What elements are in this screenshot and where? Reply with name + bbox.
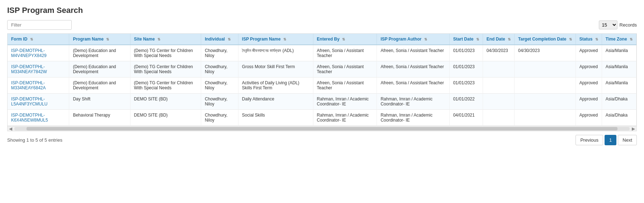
cell-target-completion-date (515, 110, 576, 126)
horizontal-scrollbar[interactable]: ◀ ▶ (8, 126, 636, 131)
cell-form-id[interactable]: ISP-DEMOTPHL-M4V4NEPYX8429 (8, 45, 69, 61)
records-control: 510152550100 Records (599, 20, 637, 29)
table-row: ISP-DEMOTPHL-M4V4NEPYX8429 (Demo) Educat… (8, 45, 636, 61)
cell-program-name: Behavioral Therapy (69, 110, 130, 126)
cell-start-date: 01/01/2023 (449, 61, 483, 77)
form-id-link[interactable]: ISP-DEMOTPHL-M334NEAY6842A (11, 80, 46, 90)
col-header-start-date[interactable]: Start Date ⇅ (449, 34, 483, 45)
cell-isp-program-name: Daily Attendance (238, 94, 313, 110)
records-label: Records (620, 22, 637, 28)
cell-time-zone: Asia/Manila (602, 61, 636, 77)
page-1-button[interactable]: 1 (605, 135, 616, 145)
cell-time-zone: Asia/Manila (602, 77, 636, 94)
cell-start-date: 01/01/2023 (449, 77, 483, 94)
col-header-site-name[interactable]: Site Name ⇅ (130, 34, 201, 45)
cell-individual: Chowdhury, Niloy (201, 45, 238, 61)
cell-isp-program-name: Activities of Daily Living (ADL) Skills … (238, 77, 313, 94)
cell-start-date: 01/01/2023 (449, 45, 483, 61)
next-button[interactable]: Next (618, 135, 637, 145)
cell-form-id[interactable]: ISP-DEMOTPHL-L5A4NF3YCMULU (8, 94, 69, 110)
sort-icon-status: ⇅ (595, 37, 598, 41)
sort-icon-individual: ⇅ (228, 37, 231, 41)
sort-icon-program-name: ⇅ (106, 37, 109, 41)
col-header-end-date[interactable]: End Date ⇅ (483, 34, 514, 45)
cell-individual: Chowdhury, Niloy (201, 94, 238, 110)
cell-isp-program-name: Social Skills (238, 110, 313, 126)
records-per-page-select[interactable]: 510152550100 (599, 20, 617, 29)
cell-status: Approved (576, 45, 602, 61)
cell-site-name: (Demo) TG Center for Children With Speci… (130, 45, 201, 61)
form-id-link[interactable]: ISP-DEMOTPHL-K6X4N5EW8MUL5 (11, 113, 48, 123)
cell-entered-by: Rahman, Imran / Academic Coordinator- IE (313, 110, 377, 126)
form-id-link[interactable]: ISP-DEMOTPHL-M4V4NEPYX8429 (11, 48, 47, 58)
form-id-link[interactable]: ISP-DEMOTPHL-M334NEAY7842W (11, 64, 47, 74)
cell-isp-program-name: দৈনন্দিন জীবনযাপনের কার্যক্রম (ADL) (238, 45, 313, 61)
cell-end-date (483, 110, 514, 126)
col-header-time-zone[interactable]: Time Zone ⇅ (602, 34, 636, 45)
cell-time-zone: Asia/Dhaka (602, 110, 636, 126)
col-header-status[interactable]: Status ⇅ (576, 34, 602, 45)
sort-icon-site-name: ⇅ (157, 37, 160, 41)
cell-start-date: 01/01/2022 (449, 94, 483, 110)
footer-bar: Showing 1 to 5 of 5 entries Previous 1 N… (7, 135, 637, 145)
cell-time-zone: Asia/Dhaka (602, 94, 636, 110)
cell-isp-program-author: Rahman, Imran / Academic Coordinator- IE (377, 110, 449, 126)
sort-icon-entered-by: ⇅ (342, 37, 345, 41)
cell-form-id[interactable]: ISP-DEMOTPHL-K6X4N5EW8MUL5 (8, 110, 69, 126)
cell-entered-by: Afreen, Sonia / Assistant Teacher (313, 45, 377, 61)
table-row: ISP-DEMOTPHL-L5A4NF3YCMULU Day Shift DEM… (8, 94, 636, 110)
cell-target-completion-date (515, 77, 576, 94)
form-id-link[interactable]: ISP-DEMOTPHL-L5A4NF3YCMULU (11, 96, 47, 107)
cell-target-completion-date (515, 94, 576, 110)
cell-program-name: (Demo) Education and Development (69, 61, 130, 77)
previous-button[interactable]: Previous (576, 135, 603, 145)
col-header-individual[interactable]: Individual ⇅ (201, 34, 238, 45)
cell-start-date: 04/01/2021 (449, 110, 483, 126)
col-header-isp-program-name[interactable]: ISP Program Name ⇅ (238, 34, 313, 45)
col-header-target-completion-date[interactable]: Target Completion Date ⇅ (515, 34, 576, 45)
cell-status: Approved (576, 77, 602, 94)
cell-isp-program-author: Afreen, Sonia / Assistant Teacher (377, 45, 449, 61)
cell-end-date (483, 94, 514, 110)
cell-form-id[interactable]: ISP-DEMOTPHL-M334NEAY7842W (8, 61, 69, 77)
sort-icon-isp-program-author: ⇅ (424, 37, 427, 41)
cell-form-id[interactable]: ISP-DEMOTPHL-M334NEAY6842A (8, 77, 69, 94)
table-row: ISP-DEMOTPHL-M334NEAY7842W (Demo) Educat… (8, 61, 636, 77)
cell-target-completion-date (515, 61, 576, 77)
cell-isp-program-author: Afreen, Sonia / Assistant Teacher (377, 61, 449, 77)
page-container: ISP Program Search 510152550100 Records … (0, 0, 644, 151)
filter-input[interactable] (7, 20, 72, 30)
sort-icon-form-id: ⇅ (30, 37, 33, 41)
cell-site-name: DEMO SITE (BD) (130, 94, 201, 110)
cell-status: Approved (576, 110, 602, 126)
cell-status: Approved (576, 94, 602, 110)
cell-site-name: (Demo) TG Center for Children With Speci… (130, 61, 201, 77)
cell-time-zone: Asia/Manila (602, 45, 636, 61)
sort-icon-end-date: ⇅ (508, 37, 511, 41)
cell-isp-program-author: Afreen, Sonia / Assistant Teacher (377, 77, 449, 94)
table-wrapper: Form ID ⇅ Program Name ⇅ Site Name ⇅ Ind… (7, 33, 637, 131)
pagination: Previous 1 Next (576, 135, 637, 145)
cell-program-name: (Demo) Education and Development (69, 45, 130, 61)
sort-icon-start-date: ⇅ (476, 37, 479, 41)
showing-text: Showing 1 to 5 of 5 entries (7, 137, 62, 143)
cell-isp-program-name: Gross Motor Skill First Term (238, 61, 313, 77)
scroll-left-arrow[interactable]: ◀ (8, 126, 13, 131)
cell-entered-by: Rahman, Imran / Academic Coordinator- IE (313, 94, 377, 110)
cell-entered-by: Afreen, Sonia / Assistant Teacher (313, 61, 377, 77)
col-header-form-id[interactable]: Form ID ⇅ (8, 34, 69, 45)
scrollbar-thumb (27, 127, 617, 131)
sort-icon-time-zone: ⇅ (630, 37, 633, 41)
cell-end-date (483, 61, 514, 77)
cell-isp-program-author: Rahman, Imran / Academic Coordinator- IE (377, 94, 449, 110)
cell-individual: Chowdhury, Niloy (201, 77, 238, 94)
sort-icon-isp-program-name: ⇅ (283, 37, 286, 41)
scroll-right-arrow[interactable]: ▶ (631, 126, 636, 131)
toolbar: 510152550100 Records (7, 20, 637, 30)
cell-target-completion-date: 04/30/2023 (515, 45, 576, 61)
cell-site-name: (Demo) TG Center for Children With Speci… (130, 77, 201, 94)
cell-individual: Chowdhury, Niloy (201, 61, 238, 77)
col-header-program-name[interactable]: Program Name ⇅ (69, 34, 130, 45)
col-header-isp-program-author[interactable]: ISP Program Author ⇅ (377, 34, 449, 45)
col-header-entered-by[interactable]: Entered By ⇅ (313, 34, 377, 45)
